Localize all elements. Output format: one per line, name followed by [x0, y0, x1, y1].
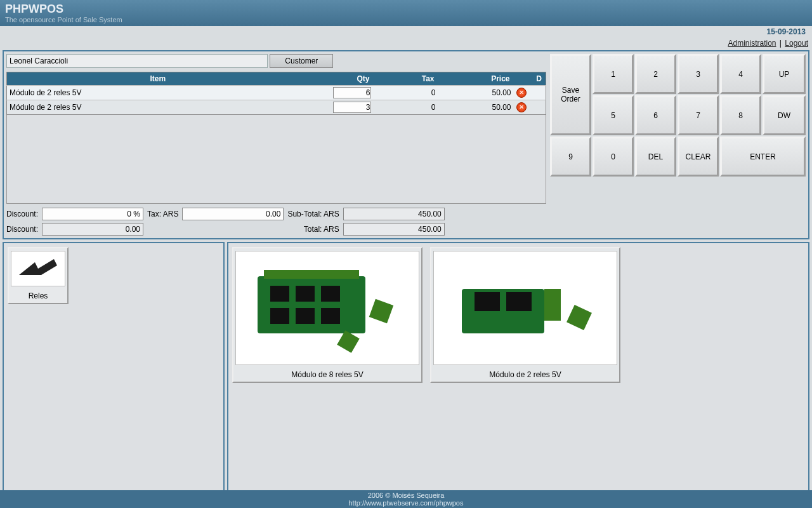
- total-value: 450.00: [343, 223, 445, 236]
- items-table: Item Qty Tax Price D Módulo de 2 reles 5…: [6, 72, 546, 115]
- svg-rect-10: [462, 289, 544, 333]
- key-1[interactable]: 1: [593, 54, 634, 94]
- current-date: 15-09-2013: [767, 27, 806, 36]
- svg-rect-8: [369, 299, 393, 323]
- category-thumb-icon: [11, 251, 65, 286]
- customer-button[interactable]: Customer: [270, 54, 333, 68]
- col-tax: Tax: [374, 72, 438, 86]
- product-thumb-icon: [433, 251, 617, 365]
- delete-row-icon[interactable]: ✕: [516, 88, 527, 98]
- discount-label: Discount:: [6, 210, 38, 218]
- delete-row-icon[interactable]: ✕: [516, 102, 527, 112]
- svg-rect-14: [566, 305, 592, 330]
- product-card-2reles[interactable]: Módulo de 2 reles 5V: [430, 247, 620, 383]
- cell-price: 50.00: [438, 86, 514, 100]
- col-item: Item: [7, 72, 309, 86]
- totals-grid: Discount: 0 % Tax: ARS 0.00 Sub-Total: A…: [6, 208, 546, 236]
- footer-url: http://www.ptwebserve.com/phpwpos: [0, 499, 812, 507]
- key-2[interactable]: 2: [635, 54, 676, 94]
- logout-link[interactable]: Logout: [785, 39, 808, 48]
- col-qty: Qty: [309, 72, 374, 86]
- footer: 2006 © Moisés Sequeira http://www.ptwebs…: [0, 490, 812, 508]
- discount-pct-input[interactable]: 0 %: [42, 208, 143, 220]
- key-4[interactable]: 4: [720, 54, 761, 94]
- product-label: Módulo de 8 reles 5V: [233, 368, 421, 382]
- items-empty-area: [6, 115, 546, 204]
- svg-rect-7: [321, 308, 340, 324]
- nav-links: Administration | Logout: [0, 37, 812, 49]
- key-dw[interactable]: DW: [763, 95, 806, 135]
- product-label: Módulo de 2 reles 5V: [431, 368, 619, 382]
- cell-item: Módulo de 2 reles 5V: [7, 100, 309, 115]
- footer-copyright: 2006 © Moisés Sequeira: [0, 491, 812, 499]
- svg-rect-0: [258, 276, 365, 333]
- key-9[interactable]: 9: [550, 137, 591, 177]
- key-clear[interactable]: CLEAR: [678, 137, 719, 177]
- total-label: Total: ARS: [287, 225, 339, 234]
- cell-tax: 0: [374, 100, 438, 115]
- qty-input[interactable]: [333, 102, 371, 113]
- order-panel: Customer Item Qty Tax Price D Módulo de …: [3, 50, 809, 239]
- svg-rect-5: [270, 308, 289, 324]
- product-panel: Módulo de 8 reles 5V Módulo de 2 reles 5…: [227, 242, 809, 508]
- nav-separator: |: [778, 39, 783, 48]
- key-8[interactable]: 8: [720, 95, 761, 135]
- product-thumb-icon: [235, 251, 419, 365]
- svg-rect-9: [337, 330, 360, 353]
- category-card-reles[interactable]: Reles: [8, 247, 69, 304]
- cell-tax: 0: [374, 86, 438, 100]
- key-up[interactable]: UP: [763, 54, 806, 94]
- svg-rect-6: [296, 308, 315, 324]
- table-row: Módulo de 2 reles 5V 0 50.00 ✕: [7, 86, 546, 100]
- svg-rect-2: [270, 286, 289, 302]
- key-3[interactable]: 3: [678, 54, 719, 94]
- app-title: PHPWPOS: [5, 3, 807, 16]
- svg-rect-3: [296, 286, 315, 302]
- tax-input[interactable]: 0.00: [182, 208, 284, 220]
- svg-rect-13: [544, 289, 561, 321]
- cell-price: 50.00: [438, 100, 514, 115]
- key-0[interactable]: 0: [593, 137, 634, 177]
- bottom-panels: Reles Módulo de 8 reles 5V: [3, 242, 809, 508]
- product-card-8reles[interactable]: Módulo de 8 reles 5V: [232, 247, 422, 383]
- topbar: 15-09-2013: [0, 26, 812, 37]
- keypad: 1 2 3 4 UP Save Order 5 6 7 8 DW 9 0 DEL…: [550, 54, 806, 236]
- svg-rect-12: [506, 292, 532, 311]
- discount2-label: Discount:: [6, 225, 38, 234]
- key-enter[interactable]: ENTER: [720, 137, 806, 177]
- svg-rect-4: [321, 286, 340, 302]
- svg-rect-1: [264, 270, 359, 279]
- app-subtitle: The opensource Point of Sale System: [5, 16, 807, 23]
- table-row: Módulo de 2 reles 5V 0 50.00 ✕: [7, 100, 546, 115]
- key-6[interactable]: 6: [635, 95, 676, 135]
- administration-link[interactable]: Administration: [728, 39, 776, 48]
- category-label: Reles: [9, 289, 67, 303]
- subtotal-value: 450.00: [343, 208, 445, 220]
- col-delete: D: [514, 72, 546, 86]
- qty-input[interactable]: [333, 87, 371, 98]
- customer-input[interactable]: [6, 54, 268, 68]
- svg-rect-11: [475, 292, 500, 311]
- discount2-value: 0.00: [42, 223, 143, 236]
- key-save-order[interactable]: Save Order: [550, 54, 591, 135]
- key-del[interactable]: DEL: [635, 137, 676, 177]
- category-panel: Reles: [3, 242, 225, 508]
- cell-item: Módulo de 2 reles 5V: [7, 86, 309, 100]
- key-7[interactable]: 7: [678, 95, 719, 135]
- tax-label: Tax: ARS: [147, 210, 178, 218]
- key-5[interactable]: 5: [593, 95, 634, 135]
- subtotal-label: Sub-Total: ARS: [287, 210, 339, 218]
- col-price: Price: [438, 72, 514, 86]
- app-header: PHPWPOS The opensource Point of Sale Sys…: [0, 0, 812, 26]
